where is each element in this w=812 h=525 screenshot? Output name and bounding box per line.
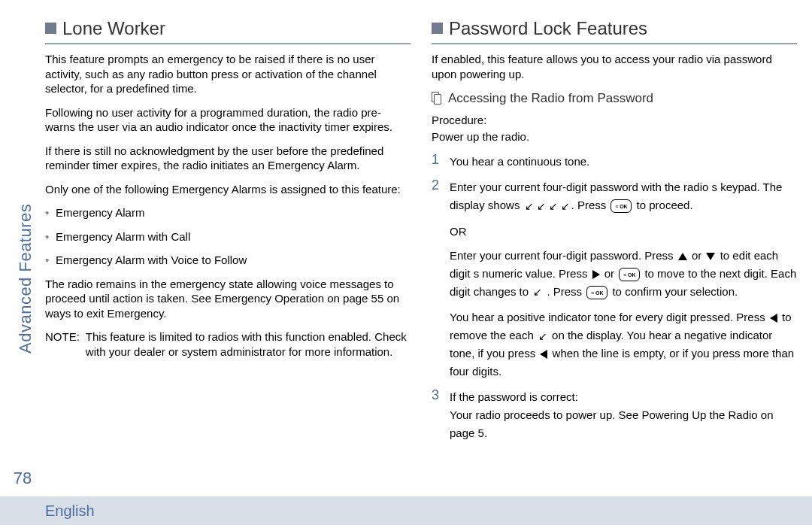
manual-page: Advanced Features 78 English Lone Worker… [0,0,812,525]
procedure-label: Procedure: [432,113,797,128]
down-arrow-icon [706,253,715,260]
list-item: Emergency Alarm with Call [45,229,411,244]
list-item: Emergency Alarm with Voice to Follow [45,253,411,268]
text-run: Enter your current four-digit password. … [450,249,677,262]
arrow-sw-icon: ↙ [537,198,546,214]
procedure-step: 2 Enter your current four-digit password… [432,178,797,381]
heading-rule [432,43,797,44]
paragraph: If there is still no acknowledgment by t… [45,144,411,173]
note-label: NOTE: [45,329,80,359]
up-arrow-icon [678,253,687,260]
heading-lone-worker: Lone Worker [45,17,411,40]
language-label: English [45,501,95,520]
or-label: OR [450,225,467,238]
note-text: This feature is limited to radios with t… [86,329,411,359]
right-column: Password Lock Features If enabled, this … [432,17,797,496]
paragraph: Following no user activity for a program… [45,105,411,135]
section-bullet-icon [432,23,443,34]
sidebar: Advanced Features 78 [0,0,44,525]
text-run: . Press [547,285,585,298]
text-run: You hear a positive indicator tone for e… [450,311,768,323]
step-number: 1 [432,153,442,171]
arrow-sw-icon: ↙ [538,328,547,344]
step-body: If the password is correct: Your radio p… [450,388,797,442]
power-up-text: Power up the radio. [432,129,797,144]
section-label: Advanced Features [15,204,37,354]
arrow-sw-icon: ↙ [525,198,534,214]
heading-text: Lone Worker [62,17,165,40]
right-arrow-icon [592,270,600,279]
paragraph: Only one of the following Emergency Alar… [45,182,411,197]
list-item: Emergency Alarm [45,205,411,220]
alarm-types-list: Emergency Alarm Emergency Alarm with Cal… [45,205,411,268]
text-run: . Press [571,199,610,211]
left-arrow-icon [770,314,777,323]
heading-text: Password Lock Features [449,17,647,40]
subheading-text: Accessing the Radio from Password [448,90,653,107]
ok-button-icon: ≡ OK [619,268,640,281]
paragraph: If enabled, this feature allows you to a… [432,52,797,81]
step-number: 2 [432,178,442,381]
note-block: NOTE: This feature is limited to radios … [45,329,411,359]
page-number: 78 [8,468,38,490]
arrow-sw-icon: ↙ [549,198,558,214]
section-bullet-icon [45,23,56,34]
step-body: Enter your current four-digit password w… [450,178,797,381]
left-column: Lone Worker This feature prompts an emer… [45,17,411,496]
paragraph: The radio remains in the emergency state… [45,277,411,321]
step-number: 3 [432,388,442,442]
text-run: or [604,267,618,280]
text-run: to proceed. [637,199,693,211]
step-body: You hear a continuous tone. [450,153,797,171]
text-run: or [692,249,705,262]
language-band: English [0,496,812,525]
procedure-icon [432,92,442,105]
subheading-accessing-radio: Accessing the Radio from Password [432,90,797,107]
heading-password-lock: Password Lock Features [432,17,797,40]
arrow-sw-icon: ↙ [561,198,570,214]
procedure-step: 3 If the password is correct: Your radio… [432,388,797,442]
text-run: to confirm your selection. [612,285,738,298]
left-arrow-icon [540,350,547,359]
ok-button-icon: ≡ OK [586,286,607,299]
ok-button-icon: ≡ OK [611,199,632,213]
content-columns: Lone Worker This feature prompts an emer… [45,17,797,496]
paragraph: This feature prompts an emergency to be … [45,52,411,96]
procedure-step: 1 You hear a continuous tone. [432,153,797,171]
arrow-sw-icon: ↙ [533,284,542,300]
heading-rule [45,43,411,44]
